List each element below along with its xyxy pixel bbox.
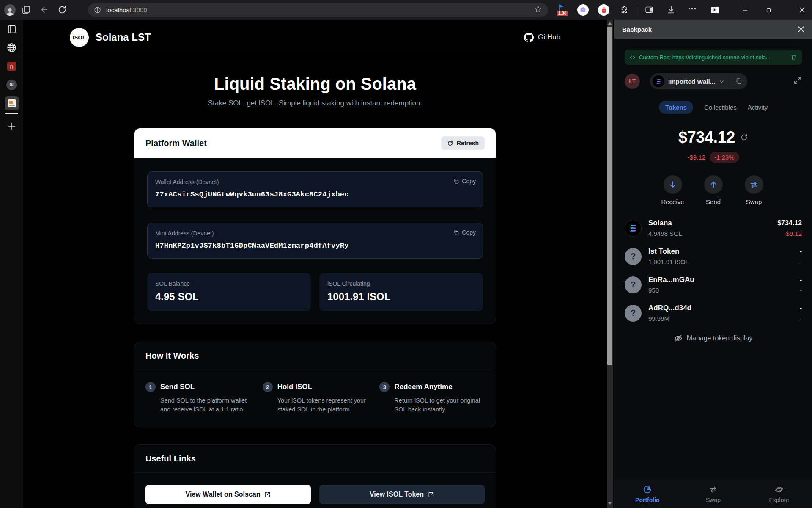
expand-panel-button[interactable]: [793, 76, 802, 86]
copy-mint-address-button[interactable]: Copy: [453, 229, 476, 236]
edge-sidebar-toggle-icon[interactable]: [710, 5, 720, 17]
token-value: -: [800, 248, 802, 255]
token-value: $734.12: [777, 219, 802, 227]
isol-logo: lSOL: [70, 28, 89, 47]
view-isol-token-button[interactable]: View lSOL Token: [319, 485, 485, 504]
scrollbar-track[interactable]: [607, 20, 613, 508]
browser-menu-icon[interactable]: [689, 8, 696, 9]
step-number-badge: 2: [263, 382, 273, 392]
token-row-solana[interactable]: Solana 4.9498 SOL $734.12 -$9.12: [625, 219, 802, 237]
custom-rpc-banner[interactable]: Custom Rpc: https://distinguished-serene…: [625, 50, 802, 65]
manage-token-display[interactable]: Manage token display: [625, 334, 802, 342]
pie-chart-icon: [643, 485, 652, 494]
copy-icon: [453, 178, 459, 184]
swap-button[interactable]: Swap: [741, 175, 767, 205]
sidebar-journal-icon[interactable]: [7, 24, 17, 36]
step-redeem-anytime: 3 Redeem Anytime Return lSOL to get your…: [379, 382, 485, 414]
action-label: Send: [706, 198, 721, 205]
refresh-button[interactable]: Refresh: [441, 136, 485, 150]
step-send-sol: 1 Send SOL Send SOL to the platform wall…: [145, 382, 251, 414]
app-thumbnail: [8, 99, 16, 107]
nav-portfolio[interactable]: Portfolio: [614, 480, 680, 508]
split-screen-icon[interactable]: [645, 5, 654, 16]
flag-badge: 1.00: [557, 11, 568, 16]
action-label: Receive: [661, 198, 684, 205]
sidebar-add-icon[interactable]: [7, 121, 16, 133]
token-value: -: [800, 304, 802, 312]
back-button[interactable]: [40, 5, 49, 16]
receive-button[interactable]: Receive: [660, 175, 686, 205]
isol-circulating-stat: lSOL Circulating 1001.91 lSOL: [319, 273, 483, 311]
arrow-up-icon: [709, 180, 718, 189]
extensions-icon[interactable]: [620, 6, 629, 16]
reload-button[interactable]: [58, 5, 67, 16]
wallet-name: Imported Wall...: [668, 78, 715, 85]
tab-activity[interactable]: Activity: [748, 104, 768, 111]
github-link[interactable]: GitHub: [524, 33, 560, 42]
action-label: Swap: [746, 198, 762, 205]
close-panel-icon[interactable]: [798, 26, 804, 33]
wallet-row: LT Imported Wall...: [625, 73, 802, 89]
step-description: Send SOL to the platform wallet and rece…: [160, 396, 251, 414]
flag-extension-icon[interactable]: 1.00: [557, 3, 570, 17]
scroll-up-arrow[interactable]: [608, 22, 612, 25]
wallet-avatar[interactable]: LT: [625, 74, 640, 89]
useful-links-card: Useful Links View Wallet on Solscan View…: [134, 444, 496, 508]
downloads-icon[interactable]: [667, 5, 676, 16]
trash-icon[interactable]: [790, 54, 797, 61]
swap-icon: [749, 180, 758, 189]
url-host: localhost: [106, 6, 131, 14]
window-restore-button[interactable]: [759, 0, 779, 20]
nav-swap[interactable]: Swap: [680, 480, 746, 508]
backpack-extension-icon[interactable]: [598, 4, 609, 16]
step-title: Hold lSOL: [277, 383, 312, 391]
send-button[interactable]: Send: [700, 175, 727, 205]
manage-label: Manage token display: [687, 334, 753, 342]
scrollbar-thumb[interactable]: [607, 27, 612, 365]
site-brand[interactable]: lSOL Solana LST: [70, 28, 151, 47]
window-close-button[interactable]: [792, 0, 812, 20]
sidebar-red-notebook-icon[interactable]: n: [7, 62, 16, 71]
sidebar-globe-icon[interactable]: [6, 42, 17, 55]
tab-collectibles[interactable]: Collectibles: [704, 104, 737, 111]
site-info-icon[interactable]: [94, 6, 101, 14]
platform-wallet-card: Platform Wallet Refresh Wallet Address (…: [134, 128, 496, 324]
browser-profile-avatar[interactable]: [4, 4, 16, 16]
step-description: Return lSOL to get your original SOL bac…: [394, 396, 485, 414]
token-row-enra[interactable]: ? EnRa...mGAu 950 - -: [625, 276, 802, 294]
wallet-address-label: Wallet Address (Devnet): [155, 179, 475, 185]
nav-explore[interactable]: Explore: [746, 480, 812, 508]
sidebar-chatgpt-icon[interactable]: [6, 80, 17, 90]
wallet-selector-dropdown[interactable]: Imported Wall...: [650, 73, 730, 89]
nav-label: Portfolio: [635, 497, 660, 503]
step-title: Send SOL: [160, 383, 195, 391]
address-bar[interactable]: localhost:3000: [88, 3, 548, 17]
tab-tokens[interactable]: Tokens: [659, 101, 693, 114]
workspaces-icon[interactable]: [21, 5, 31, 17]
button-label: View Wallet on Solscan: [186, 491, 261, 498]
solana-logo-icon: [653, 75, 664, 87]
platform-wallet-title: Platform Wallet: [145, 138, 207, 148]
how-it-works-title: How It Works: [145, 351, 485, 361]
toolbar-divider: [638, 6, 638, 14]
token-row-lst[interactable]: ? lst Token 1,001.91 lSOL - -: [625, 247, 802, 265]
nav-label: Explore: [769, 497, 789, 503]
copy-label: Copy: [462, 178, 476, 185]
page-scrollbar[interactable]: [607, 20, 614, 508]
phantom-extension-icon[interactable]: [577, 4, 589, 16]
copy-label: Copy: [462, 229, 476, 236]
window-minimize-button[interactable]: [735, 0, 755, 20]
view-wallet-solscan-button[interactable]: View Wallet on Solscan: [145, 485, 311, 504]
expand-icon: [793, 76, 802, 85]
scroll-down-arrow[interactable]: [608, 502, 612, 505]
favorite-star-icon[interactable]: [534, 5, 542, 15]
copy-wallet-address-button[interactable]: Copy: [453, 178, 476, 185]
sidebar-active-app-tile[interactable]: [5, 96, 19, 110]
step-number-badge: 1: [145, 382, 156, 392]
refresh-balance-icon[interactable]: [740, 133, 748, 141]
token-row-adrq[interactable]: ? AdRQ...d34d 99.99M - -: [625, 304, 802, 322]
wallet-address-value: 77xACsirSsQjUNGtwWqvk3un63sJ8xG3Akc8C24j…: [155, 190, 475, 199]
copy-wallet-button[interactable]: [730, 73, 747, 89]
rpc-banner-text: Custom Rpc: https://distinguished-serene…: [639, 54, 771, 61]
token-name: EnRa...mGAu: [648, 276, 694, 284]
